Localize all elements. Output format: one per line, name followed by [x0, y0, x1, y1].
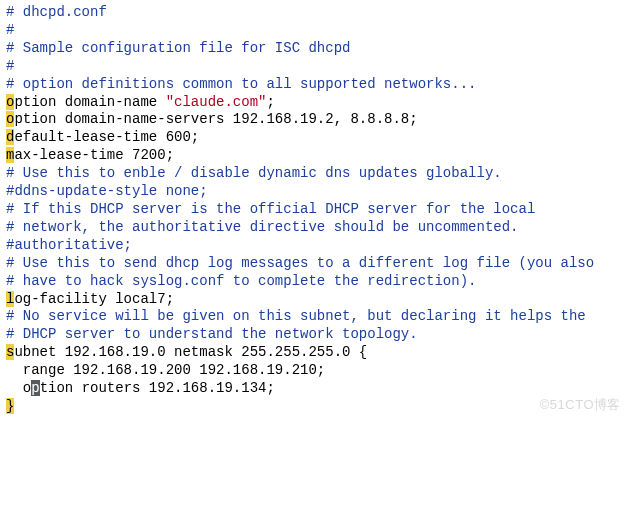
search-highlight: }	[6, 398, 14, 414]
code-line: }	[6, 398, 623, 416]
code-line: # Sample configuration file for ISC dhcp…	[6, 40, 623, 58]
code-line: # network, the authoritative directive s…	[6, 219, 623, 237]
code-line: # dhcpd.conf	[6, 4, 623, 22]
code-line: #ddns-update-style none;	[6, 183, 623, 201]
code-line: option domain-name-servers 192.168.19.2,…	[6, 111, 623, 129]
code-line: default-lease-time 600;	[6, 129, 623, 147]
code-line: # Use this to enble / disable dynamic dn…	[6, 165, 623, 183]
code-line: option routers 192.168.19.134;	[6, 380, 623, 398]
code-line: #authoritative;	[6, 237, 623, 255]
code-line: # Use this to send dhcp log messages to …	[6, 255, 623, 273]
code-line: option domain-name "claude.com";	[6, 94, 623, 112]
string-literal: "claude.com"	[166, 94, 267, 110]
code-line: # have to hack syslog.conf to complete t…	[6, 273, 623, 291]
code-line: # DHCP server to understand the network …	[6, 326, 623, 344]
code-line: subnet 192.168.19.0 netmask 255.255.255.…	[6, 344, 623, 362]
code-line: # No service will be given on this subne…	[6, 308, 623, 326]
code-line: log-facility local7;	[6, 291, 623, 309]
code-line: #	[6, 22, 623, 40]
code-line: # option definitions common to all suppo…	[6, 76, 623, 94]
text-cursor: p	[31, 380, 39, 396]
code-line: max-lease-time 7200;	[6, 147, 623, 165]
editor-viewport[interactable]: # dhcpd.conf # # Sample configuration fi…	[6, 4, 623, 416]
code-line: # If this DHCP server is the official DH…	[6, 201, 623, 219]
code-line: range 192.168.19.200 192.168.19.210;	[6, 362, 623, 380]
code-line: #	[6, 58, 623, 76]
